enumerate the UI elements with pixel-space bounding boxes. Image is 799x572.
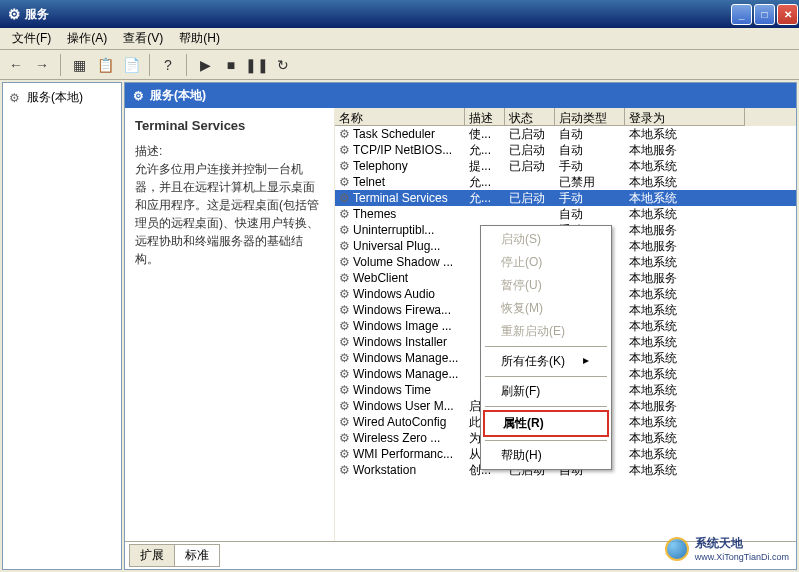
- col-status[interactable]: 状态: [505, 108, 555, 126]
- list-header: 名称 描述 状态 启动类型 登录为: [335, 108, 796, 126]
- detail-title: Terminal Services: [135, 118, 324, 133]
- service-name: Windows Installer: [353, 335, 447, 349]
- service-icon: ⚙: [339, 175, 353, 189]
- start-service-button[interactable]: ▶: [193, 53, 217, 77]
- service-name: Wired AutoConfig: [353, 415, 446, 429]
- pause-service-button[interactable]: ❚❚: [245, 53, 269, 77]
- service-desc: 允...: [465, 189, 505, 208]
- stop-service-button[interactable]: ■: [219, 53, 243, 77]
- panel-heading: 服务(本地): [150, 87, 206, 104]
- service-icon: ⚙: [339, 239, 353, 253]
- tree-root-label: 服务(本地): [27, 89, 83, 106]
- help-button[interactable]: ?: [156, 53, 180, 77]
- menu-view[interactable]: 查看(V): [115, 28, 171, 49]
- col-name[interactable]: 名称: [335, 108, 465, 126]
- back-button[interactable]: ←: [4, 53, 28, 77]
- service-name: Task Scheduler: [353, 127, 435, 141]
- content-header: ⚙ 服务(本地): [125, 83, 796, 108]
- close-button[interactable]: ✕: [777, 4, 798, 25]
- service-status: 已启动: [505, 189, 555, 208]
- service-icon: ⚙: [339, 271, 353, 285]
- service-icon: ⚙: [339, 319, 353, 333]
- ctx-start[interactable]: 启动(S): [483, 228, 609, 251]
- service-desc: [465, 213, 505, 215]
- service-name: Universal Plug...: [353, 239, 440, 253]
- restart-service-button[interactable]: ↻: [271, 53, 295, 77]
- service-icon: ⚙: [339, 383, 353, 397]
- service-name: WMI Performanc...: [353, 447, 453, 461]
- service-name: Windows Time: [353, 383, 431, 397]
- service-name: Windows User M...: [353, 399, 454, 413]
- service-status: 已启动: [505, 157, 555, 176]
- ctx-resume[interactable]: 恢复(M): [483, 297, 609, 320]
- service-icon: ⚙: [339, 351, 353, 365]
- service-icon: ⚙: [339, 143, 353, 157]
- ctx-pause[interactable]: 暂停(U): [483, 274, 609, 297]
- watermark-text: 系统天地: [695, 535, 789, 552]
- service-name: Uninterruptibl...: [353, 223, 434, 237]
- menu-file[interactable]: 文件(F): [4, 28, 59, 49]
- service-icon: ⚙: [339, 447, 353, 461]
- service-icon: ⚙: [339, 431, 353, 445]
- service-name: Windows Image ...: [353, 319, 452, 333]
- service-name: Windows Manage...: [353, 351, 458, 365]
- show-hide-tree-button[interactable]: ▦: [67, 53, 91, 77]
- tree-panel: ⚙ 服务(本地): [2, 82, 122, 570]
- service-logon: 本地系统: [625, 461, 745, 480]
- minimize-button[interactable]: _: [731, 4, 752, 25]
- properties-button[interactable]: 📋: [93, 53, 117, 77]
- service-icon: ⚙: [339, 287, 353, 301]
- ctx-restart[interactable]: 重新启动(E): [483, 320, 609, 343]
- service-status: [505, 181, 555, 183]
- ctx-all-tasks[interactable]: 所有任务(K)▸: [483, 350, 609, 373]
- service-icon: ⚙: [339, 191, 353, 205]
- menu-bar: 文件(F) 操作(A) 查看(V) 帮助(H): [0, 28, 799, 50]
- ctx-properties[interactable]: 属性(R): [483, 410, 609, 437]
- service-icon: ⚙: [339, 367, 353, 381]
- col-logon[interactable]: 登录为: [625, 108, 745, 126]
- forward-button[interactable]: →: [30, 53, 54, 77]
- service-name: WebClient: [353, 271, 408, 285]
- detail-panel: Terminal Services 描述: 允许多位用户连接并控制一台机器，并且…: [125, 108, 335, 541]
- menu-help[interactable]: 帮助(H): [171, 28, 228, 49]
- col-desc[interactable]: 描述: [465, 108, 505, 126]
- service-icon: ⚙: [339, 127, 353, 141]
- tab-extended[interactable]: 扩展: [129, 544, 175, 567]
- service-name: Wireless Zero ...: [353, 431, 440, 445]
- watermark-url: www.XiTongTianDi.com: [695, 552, 789, 562]
- services-icon: ⚙: [9, 91, 23, 105]
- service-icon: ⚙: [339, 415, 353, 429]
- service-icon: ⚙: [339, 207, 353, 221]
- service-name: Terminal Services: [353, 191, 448, 205]
- ctx-stop[interactable]: 停止(O): [483, 251, 609, 274]
- window-title: 服务: [25, 6, 49, 23]
- service-icon: ⚙: [339, 335, 353, 349]
- service-name: Windows Firewa...: [353, 303, 451, 317]
- service-icon: ⚙: [339, 463, 353, 477]
- service-name: TCP/IP NetBIOS...: [353, 143, 452, 157]
- submenu-arrow-icon: ▸: [583, 353, 589, 367]
- ctx-refresh[interactable]: 刷新(F): [483, 380, 609, 403]
- ctx-help[interactable]: 帮助(H): [483, 444, 609, 467]
- maximize-button[interactable]: □: [754, 4, 775, 25]
- service-icon: ⚙: [339, 159, 353, 173]
- service-name: Telnet: [353, 175, 385, 189]
- service-icon: ⚙: [339, 223, 353, 237]
- service-status: [505, 213, 555, 215]
- tree-root-item[interactable]: ⚙ 服务(本地): [7, 87, 117, 108]
- gear-icon: ⚙: [133, 89, 144, 103]
- service-name: Telephony: [353, 159, 408, 173]
- title-bar: ⚙ 服务 _ □ ✕: [0, 0, 799, 28]
- service-icon: ⚙: [339, 255, 353, 269]
- export-button[interactable]: 📄: [119, 53, 143, 77]
- service-icon: ⚙: [339, 303, 353, 317]
- tab-standard[interactable]: 标准: [174, 544, 220, 567]
- service-icon: ⚙: [339, 399, 353, 413]
- app-icon: ⚙: [8, 6, 21, 22]
- watermark: 系统天地 www.XiTongTianDi.com: [665, 535, 789, 562]
- menu-action[interactable]: 操作(A): [59, 28, 115, 49]
- service-name: Windows Audio: [353, 287, 435, 301]
- service-name: Workstation: [353, 463, 416, 477]
- detail-desc-label: 描述:: [135, 143, 324, 160]
- col-startup[interactable]: 启动类型: [555, 108, 625, 126]
